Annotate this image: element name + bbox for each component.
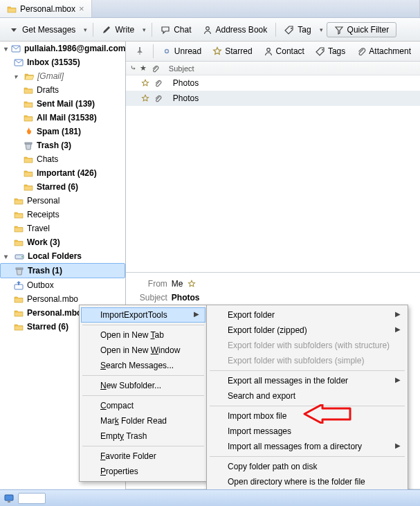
folder-icon bbox=[14, 322, 24, 332]
write-dropdown[interactable]: ▾ bbox=[140, 26, 148, 33]
star-icon[interactable] bbox=[188, 280, 196, 288]
tag-button[interactable]: Tag bbox=[280, 23, 316, 37]
qf-attachment[interactable]: Attachment bbox=[351, 45, 416, 57]
monitor-icon[interactable] bbox=[4, 494, 14, 503]
folder-receipts[interactable]: Receipts bbox=[0, 208, 125, 222]
separator bbox=[152, 23, 152, 37]
menu-export-folder-zipped[interactable]: Export folder (zipped)▶ bbox=[208, 323, 406, 338]
qf-tags-label: Tags bbox=[328, 46, 345, 56]
get-messages-dropdown[interactable]: ▾ bbox=[82, 26, 89, 33]
star-cell[interactable] bbox=[141, 94, 152, 102]
separator bbox=[275, 23, 276, 37]
col-subject-header[interactable]: Subject bbox=[163, 64, 416, 73]
twisty-icon[interactable]: ▾ bbox=[4, 45, 8, 53]
menu-label: Import mbox file bbox=[228, 411, 286, 421]
tag-icon bbox=[316, 46, 325, 56]
qf-unread[interactable]: Unread bbox=[157, 45, 206, 57]
qf-starred[interactable]: Starred bbox=[208, 45, 257, 57]
clip-icon bbox=[154, 94, 162, 102]
tab-close-icon[interactable]: × bbox=[79, 3, 84, 14]
menu-import-from-directory[interactable]: Import all messages from a directory▶ bbox=[208, 439, 406, 454]
local-folders-root[interactable]: ▾ Local Folders bbox=[0, 249, 125, 263]
dot-icon bbox=[162, 46, 172, 56]
folder-important[interactable]: Important (426) bbox=[0, 166, 125, 180]
folder-trash[interactable]: Trash (3) bbox=[0, 138, 125, 152]
trash-icon bbox=[15, 266, 24, 275]
menu-compact[interactable]: Compact bbox=[81, 398, 206, 413]
folder-gmail[interactable]: ▾[Gmail] bbox=[0, 69, 125, 83]
chat-button[interactable]: Chat bbox=[156, 23, 196, 37]
message-row[interactable]: Photos bbox=[126, 91, 420, 106]
menu-favorite-folder[interactable]: Favorite Folder bbox=[81, 449, 206, 464]
get-messages-button[interactable]: Get Messages bbox=[4, 23, 80, 37]
taskbar-item[interactable] bbox=[18, 493, 46, 504]
menu-open-folder-directory[interactable]: Open directory where is the folder file bbox=[208, 474, 406, 489]
menu-export-folder[interactable]: Export folder▶ bbox=[208, 307, 406, 323]
menu-open-new-window[interactable]: Open in New Window bbox=[81, 343, 206, 358]
menu-import-mbox-file[interactable]: Import mbox file bbox=[208, 408, 406, 424]
folder-personal[interactable]: Personal bbox=[0, 194, 125, 208]
qf-pin[interactable] bbox=[130, 45, 149, 57]
menu-label: Search and export bbox=[228, 391, 295, 401]
menu-new-subfolder[interactable]: New Subfolder... bbox=[81, 378, 206, 393]
folder-outbox[interactable]: Outbox bbox=[0, 278, 125, 292]
subject-value: Photos bbox=[172, 293, 200, 302]
message-list-empty bbox=[126, 106, 420, 272]
folder-label: Outbox bbox=[27, 280, 54, 290]
folder-icon bbox=[24, 182, 33, 192]
folder-work[interactable]: Work (3) bbox=[0, 235, 125, 249]
quick-filter-button[interactable]: Quick Filter bbox=[327, 22, 397, 37]
address-book-button[interactable]: Address Book bbox=[198, 23, 273, 37]
pencil-icon bbox=[102, 25, 111, 35]
folder-starred[interactable]: Starred (6) bbox=[0, 180, 125, 194]
menu-search-and-export[interactable]: Search and export bbox=[208, 388, 406, 404]
account-root[interactable]: ▾ pullaiah.1986@gmail.com bbox=[0, 42, 125, 55]
menu-open-new-tab[interactable]: Open in New Tab bbox=[81, 327, 206, 343]
tab-active[interactable]: Personal.mbox × bbox=[0, 0, 92, 17]
folder-label: Personal.mbo bbox=[27, 308, 82, 318]
outbox-icon bbox=[14, 280, 24, 290]
menu-empty-trash[interactable]: Empty Trash bbox=[81, 428, 206, 444]
col-attach[interactable] bbox=[151, 64, 163, 73]
menu-import-messages[interactable]: Import messages bbox=[208, 424, 406, 439]
quick-filter-label: Quick Filter bbox=[347, 25, 390, 35]
folder-label: Receipts bbox=[27, 210, 60, 219]
tag-dropdown[interactable]: ▾ bbox=[318, 26, 325, 33]
tab-inactive[interactable] bbox=[92, 0, 420, 17]
menu-search-messages[interactable]: Search Messages... bbox=[81, 358, 206, 373]
folder-sent[interactable]: Sent Mail (139) bbox=[0, 97, 125, 111]
twisty-icon[interactable]: ▾ bbox=[4, 253, 11, 260]
inbox-icon bbox=[11, 44, 21, 53]
folder-local-trash[interactable]: Trash (1) bbox=[0, 263, 125, 278]
menu-properties[interactable]: Properties bbox=[81, 464, 206, 479]
folder-travel[interactable]: Travel bbox=[0, 222, 125, 235]
folder-label: Spam (181) bbox=[37, 127, 81, 136]
trash-icon bbox=[24, 141, 33, 150]
menu-importexporttools[interactable]: ImportExportTools▶ bbox=[81, 307, 206, 323]
folder-spam[interactable]: Spam (181) bbox=[0, 125, 125, 138]
qf-tags[interactable]: Tags bbox=[311, 45, 350, 57]
menu-export-all-messages[interactable]: Export all messages in the folder▶ bbox=[208, 373, 406, 388]
account-email-label: pullaiah.1986@gmail.com bbox=[24, 44, 125, 53]
twisty-icon[interactable]: ▾ bbox=[14, 73, 21, 80]
subject-cell: Photos bbox=[167, 93, 416, 103]
message-row[interactable]: Photos bbox=[126, 75, 420, 91]
menu-copy-folder-path[interactable]: Copy folder path on disk bbox=[208, 459, 406, 474]
qf-contact[interactable]: Contact bbox=[259, 45, 309, 57]
menu-label: Export folder bbox=[228, 310, 275, 320]
folder-allmail[interactable]: All Mail (31538) bbox=[0, 111, 125, 125]
folder-inbox[interactable]: Inbox (31535) bbox=[0, 55, 125, 69]
submenu-arrow-icon: ▶ bbox=[194, 310, 199, 318]
folder-chats[interactable]: Chats bbox=[0, 152, 125, 166]
taskbar bbox=[0, 489, 420, 506]
write-button[interactable]: Write bbox=[97, 23, 139, 37]
folder-icon bbox=[24, 85, 33, 95]
col-star[interactable]: ★ bbox=[140, 64, 151, 73]
col-thread[interactable]: ⤷ bbox=[130, 64, 140, 73]
menu-mark-folder-read[interactable]: Mark Folder Read bbox=[81, 413, 206, 428]
menu-separator bbox=[82, 325, 204, 325]
folder-drafts[interactable]: Drafts bbox=[0, 83, 125, 97]
star-cell[interactable] bbox=[141, 79, 152, 87]
folder-personal-mbox-1[interactable]: Personal.mbo bbox=[0, 292, 125, 306]
funnel-icon bbox=[334, 25, 344, 35]
